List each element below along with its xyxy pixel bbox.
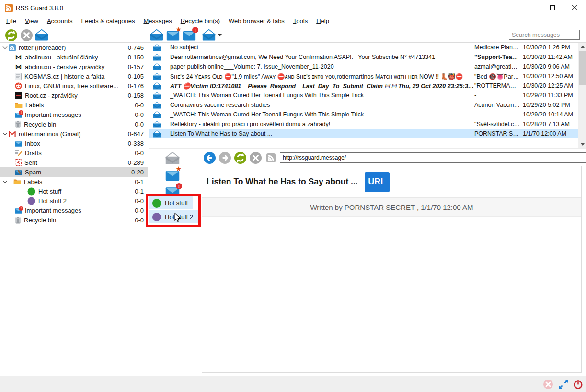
menu-view[interactable]: View bbox=[21, 16, 43, 26]
message-row[interactable]: ATT ⛔Victim ID:1741081__Please_Respond__… bbox=[149, 81, 586, 91]
feed-row-rotter-inoreader[interactable]: rotter (Inoreader)0-746 bbox=[0, 43, 148, 52]
fullscreen-button[interactable] bbox=[558, 379, 569, 390]
menu-help[interactable]: Help bbox=[312, 16, 333, 26]
back-arrow-icon bbox=[203, 151, 216, 164]
open-envelope-icon bbox=[153, 54, 161, 61]
open-envelope-icon bbox=[150, 29, 163, 41]
chevron-down-icon[interactable] bbox=[3, 178, 8, 183]
maximize-icon bbox=[550, 5, 555, 10]
mark-read-button[interactable] bbox=[149, 28, 164, 42]
rss-icon bbox=[266, 153, 276, 162]
message-url-button[interactable]: URL bbox=[365, 172, 390, 192]
chevron-down-icon[interactable] bbox=[3, 130, 8, 135]
message-list-scrollbar[interactable] bbox=[578, 43, 586, 148]
reload-button[interactable] bbox=[232, 150, 248, 165]
dropdown-caret-icon bbox=[218, 34, 222, 36]
menu-web-browser-tabs[interactable]: Web browser & tabs bbox=[224, 16, 289, 26]
feed-row-labels[interactable]: Labels0-1 bbox=[0, 177, 148, 186]
important-icon: ! bbox=[15, 208, 22, 214]
feed-row-root-cz-zpr-vi-ky[interactable]: Root.cz - zprávičky0-158 bbox=[0, 91, 148, 100]
message-row[interactable]: Sʜᴇ's 24 Yᴇᴀʀs Oʟᴅ ⛔"1,9 miles" Aᴡᴀʏ ⛔ᴀɴ… bbox=[149, 71, 586, 81]
power-icon bbox=[573, 379, 584, 390]
minimize-button[interactable] bbox=[519, 0, 541, 15]
spam-icon bbox=[15, 169, 22, 175]
open-envelope-icon bbox=[35, 29, 48, 41]
feed-count: 0-0 bbox=[135, 102, 144, 109]
feed-row-inbox[interactable]: Inbox0-338 bbox=[0, 138, 148, 148]
feed-row-drafts[interactable]: Drafts0-0 bbox=[0, 148, 148, 158]
feed-row-hot-stuff[interactable]: Hot stuff0-1 bbox=[0, 186, 148, 196]
message-subject: _WATCH: This Woman Cured Her Toenail Fun… bbox=[161, 111, 474, 118]
message-row[interactable]: paper publish online___Volume: 7, Issue_… bbox=[149, 62, 586, 71]
minimize-icon bbox=[528, 8, 533, 8]
message-preview: Listen To What he Has to Say about ... U… bbox=[202, 166, 582, 373]
message-row[interactable]: Listen To What he Has to Say about ...PO… bbox=[149, 129, 586, 138]
menu-messages[interactable]: Messages bbox=[139, 16, 176, 26]
search-input[interactable] bbox=[509, 30, 580, 40]
mark-important-button[interactable]: ★ bbox=[166, 28, 180, 42]
quit-button[interactable] bbox=[572, 379, 584, 390]
feed-row-labels[interactable]: Labels0-0 bbox=[0, 100, 148, 110]
message-sender: Medicare Plan <e... bbox=[474, 44, 520, 51]
feed-row-kosmas-cz-historie-a-fakta[interactable]: KOSMAS.cz | historie a fakta0-105 bbox=[0, 71, 148, 81]
menu-file[interactable]: File bbox=[2, 16, 21, 26]
feed-row-important-messages[interactable]: !Important messages0-0 bbox=[0, 110, 148, 119]
message-date: 10/30/20 12:25 AM bbox=[520, 82, 578, 89]
message-header: Listen To What he Has to Say about ... U… bbox=[202, 166, 581, 198]
scrollbar-thumb[interactable] bbox=[579, 51, 586, 85]
feed-count: 0-150 bbox=[128, 54, 144, 61]
stop-disabled-button[interactable] bbox=[542, 379, 554, 390]
scroll-up-button[interactable] bbox=[578, 43, 586, 50]
message-row[interactable]: Coronavirus vaccine research studiesAcur… bbox=[149, 100, 586, 110]
feed-count: 0-20 bbox=[131, 169, 144, 176]
menu-tools[interactable]: Tools bbox=[289, 16, 312, 26]
message-date: 10/30/20 9:06 AM bbox=[520, 63, 578, 70]
message-row[interactable]: No subjectMedicare Plan <e...10/30/20 1:… bbox=[149, 43, 586, 52]
message-actions-dropdown[interactable] bbox=[201, 28, 222, 42]
feed-row-rotter-martinos-gmail[interactable]: rotter.martinos (Gmail)0-647 bbox=[0, 129, 148, 138]
browser-toolbar bbox=[202, 150, 586, 165]
url-input[interactable] bbox=[280, 152, 586, 163]
message-row[interactable]: Dear rottermartinos@gmail.com, We Need Y… bbox=[149, 52, 586, 62]
feed-row-abclinuxu-erstv-zpr-vi-ky[interactable]: ⋈abclinuxu - čerstvé zprávičky0-157 bbox=[0, 62, 148, 71]
message-sender: "Bed 🔞👅Partne... bbox=[474, 73, 520, 80]
toolbar-separator bbox=[199, 29, 199, 41]
feed-label: Recycle bin bbox=[24, 217, 131, 224]
chevron-down-icon[interactable] bbox=[3, 44, 8, 49]
rss-source-icon bbox=[263, 150, 278, 165]
stop-refresh-button[interactable] bbox=[19, 28, 34, 42]
mark-important-button-vertical[interactable]: ★ bbox=[164, 167, 181, 183]
menu-recycle-bin-s[interactable]: Recycle bin(s) bbox=[176, 16, 224, 26]
message-subject: Dear rottermartinos@gmail.com, We Need Y… bbox=[161, 54, 474, 60]
feed-row-spam[interactable]: Spam0-20 bbox=[0, 167, 148, 177]
refresh-feeds-button[interactable] bbox=[4, 28, 18, 42]
open-envelope-icon bbox=[153, 44, 161, 51]
maximize-button[interactable] bbox=[541, 0, 563, 15]
mark-read-button-vertical[interactable] bbox=[164, 150, 181, 166]
scroll-down-button[interactable] bbox=[578, 140, 586, 148]
message-row[interactable]: Reflektory - ideální pro práci i pro osv… bbox=[149, 119, 586, 129]
feed-envelope-button[interactable] bbox=[34, 28, 49, 42]
feed-row-recycle-bin[interactable]: Recycle bin0-0 bbox=[0, 119, 148, 129]
open-envelope-icon bbox=[153, 73, 161, 80]
feed-row-important-messages[interactable]: !Important messages0-0 bbox=[0, 206, 148, 215]
message-row[interactable]: _WATCH: This Woman Cured Her Toenail Fun… bbox=[149, 110, 586, 119]
horizontal-splitter[interactable] bbox=[149, 148, 586, 149]
feed-row-abclinuxu-aktu-ln-l-nky[interactable]: ⋈abclinuxu - aktuální články0-150 bbox=[0, 52, 148, 62]
forward-button[interactable] bbox=[217, 150, 232, 165]
menu-accounts[interactable]: Accounts bbox=[43, 16, 77, 26]
trash-icon bbox=[15, 121, 21, 128]
message-row[interactable]: _WATCH: This Woman Cured Her Toenail Fun… bbox=[149, 91, 586, 100]
close-button[interactable] bbox=[563, 0, 586, 15]
feed-row-recycle-bin[interactable]: Recycle bin0-0 bbox=[0, 215, 148, 225]
menu-feeds-categories[interactable]: Feeds & categories bbox=[77, 16, 139, 26]
message-actions-toolbar: ★ ! bbox=[164, 150, 181, 199]
feed-row-linux-gnu-linux-free-software[interactable]: Linux, GNU/Linux, free software...0-176 bbox=[0, 81, 148, 91]
back-button[interactable] bbox=[202, 150, 217, 165]
message-subject: ATT ⛔Victim ID:1741081__Please_Respond__… bbox=[161, 82, 474, 90]
stop-button[interactable] bbox=[248, 150, 263, 165]
feed-row-hot-stuff-2[interactable]: Hot stuff 20-0 bbox=[0, 196, 148, 206]
feed-row-sent[interactable]: Sent0-289 bbox=[0, 158, 148, 167]
mark-unread-button[interactable]: ! bbox=[182, 28, 196, 42]
feed-label: Inbox bbox=[25, 140, 124, 147]
